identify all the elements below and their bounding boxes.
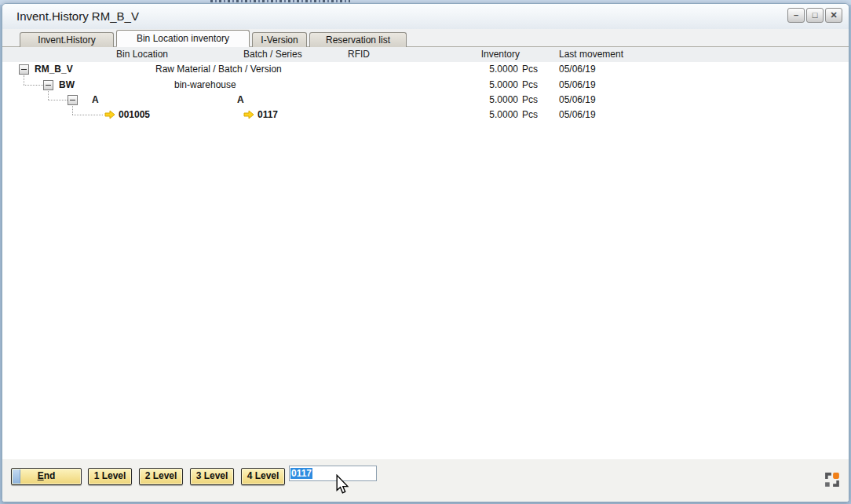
titlebar[interactable]: Invent.History RM_B_V – □ ✕: [2, 4, 849, 30]
end-button-label-rest: nd: [44, 470, 56, 481]
cell-batch-series: A: [237, 93, 244, 108]
window-title: Invent.History RM_B_V: [16, 4, 139, 29]
column-header-last-movement: Last movement: [559, 47, 623, 62]
cell-batch-series: 0117: [257, 108, 278, 122]
default-button-accent: [13, 469, 20, 484]
cell-bin-location: Raw Material / Batch / Version: [155, 62, 282, 77]
link-arrow-icon[interactable]: [104, 110, 115, 119]
footer-bar: End 1 Level 2 Level 3 Level 4 Level 0117: [2, 459, 849, 502]
column-header-batch-series: Batch / Series: [243, 47, 302, 62]
cell-inventory: 5.0000: [444, 78, 518, 93]
minus-icon: [46, 85, 51, 86]
level-3-button[interactable]: 3 Level: [190, 468, 234, 485]
tab-reservation-list[interactable]: Reservation list: [309, 32, 407, 47]
tab-invent-history[interactable]: Invent.History: [20, 32, 114, 47]
minus-icon: [21, 69, 27, 70]
grid-header-row: Bin Location Batch / Series RFID Invento…: [2, 47, 849, 62]
end-button[interactable]: End: [11, 468, 82, 485]
close-button[interactable]: ✕: [825, 8, 842, 23]
end-button-label: E: [38, 470, 44, 481]
cell-bin-location: bin-warehouse: [174, 78, 236, 93]
maximize-button[interactable]: □: [806, 8, 824, 23]
column-header-bin-location: Bin Location: [116, 47, 168, 62]
cell-uom: Pcs: [522, 62, 538, 77]
level-filter-input[interactable]: 0117: [289, 466, 377, 481]
cell-last-movement: 05/06/19: [559, 93, 596, 108]
invent-history-window: Invent.History RM_B_V – □ ✕ Invent.Histo…: [2, 3, 849, 502]
vendor-logo-icon: [824, 472, 840, 488]
tree-node-label[interactable]: A: [92, 93, 99, 108]
level-1-button[interactable]: 1 Level: [88, 468, 132, 485]
collapse-box[interactable]: [68, 95, 78, 105]
selected-input-text: 0117: [290, 468, 312, 479]
cell-inventory: 5.0000: [444, 93, 518, 108]
cell-uom: Pcs: [522, 108, 538, 122]
column-header-inventory: Inventory: [444, 47, 520, 62]
cell-uom: Pcs: [522, 78, 538, 93]
cell-inventory: 5.0000: [444, 108, 518, 122]
tab-bar: Invent.History Bin Location inventory I-…: [2, 29, 849, 47]
minimize-button[interactable]: –: [787, 8, 805, 23]
collapse-box[interactable]: [19, 64, 29, 75]
tree-node-label[interactable]: RM_B_V: [35, 62, 73, 77]
tab-bin-location-inventory[interactable]: Bin Location inventory: [116, 30, 250, 47]
tree-node-label[interactable]: BW: [59, 78, 75, 93]
tab-i-version[interactable]: I-Version: [252, 32, 307, 47]
cell-last-movement: 05/06/19: [559, 78, 596, 93]
tree-row-bin: A A 5.0000 Pcs 05/06/19: [2, 93, 849, 108]
tree-row-batch: 001005 0117 5.0000 Pcs 05/06/19: [2, 108, 849, 122]
maximize-icon: □: [813, 10, 818, 20]
column-header-rfid: RFID: [348, 47, 370, 62]
level-4-button[interactable]: 4 Level: [241, 468, 285, 485]
minimize-icon: –: [794, 10, 798, 20]
cell-last-movement: 05/06/19: [559, 108, 596, 122]
link-arrow-icon[interactable]: [243, 110, 254, 119]
level-2-button[interactable]: 2 Level: [139, 468, 183, 485]
cell-last-movement: 05/06/19: [559, 62, 596, 77]
collapse-box[interactable]: [43, 80, 53, 90]
tree-row-item: RM_B_V Raw Material / Batch / Version 5.…: [2, 62, 849, 77]
minus-icon: [70, 100, 75, 100]
cell-inventory: 5.0000: [444, 62, 518, 77]
tree-row-warehouse: BW bin-warehouse 5.0000 Pcs 05/06/19: [2, 78, 849, 93]
tree-node-label[interactable]: 001005: [119, 108, 150, 122]
close-icon: ✕: [830, 10, 837, 20]
cell-uom: Pcs: [522, 93, 538, 108]
window-controls: – □ ✕: [787, 8, 842, 23]
background-window-text-sliver: [210, 0, 350, 2]
